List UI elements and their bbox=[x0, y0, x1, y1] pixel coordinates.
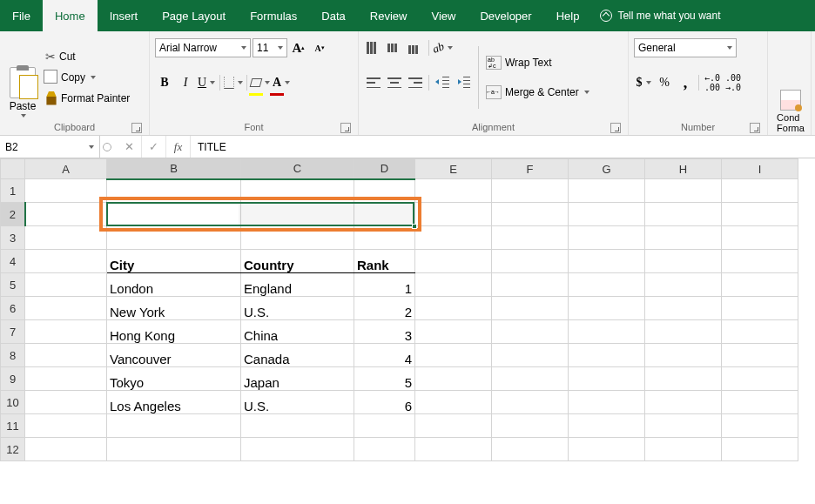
cell[interactable] bbox=[415, 203, 492, 226]
cell[interactable] bbox=[354, 203, 415, 226]
cell[interactable] bbox=[645, 438, 722, 461]
align-top-button[interactable] bbox=[364, 38, 383, 57]
cell[interactable] bbox=[492, 320, 569, 344]
cell[interactable] bbox=[107, 226, 241, 250]
conditional-formatting-button[interactable]: Cond Forma bbox=[773, 35, 808, 135]
cell[interactable] bbox=[354, 414, 415, 438]
cell[interactable] bbox=[415, 297, 492, 320]
cell[interactable] bbox=[722, 391, 798, 414]
cell[interactable] bbox=[492, 273, 569, 297]
align-right-button[interactable] bbox=[406, 73, 425, 92]
cell[interactable] bbox=[722, 438, 798, 461]
cell[interactable] bbox=[722, 203, 798, 226]
format-painter-button[interactable]: Format Painter bbox=[44, 89, 131, 108]
row-header-4[interactable]: 4 bbox=[1, 250, 25, 273]
font-launcher[interactable] bbox=[340, 123, 351, 133]
decrease-indent-button[interactable] bbox=[433, 73, 452, 92]
cell[interactable] bbox=[415, 438, 492, 461]
cell[interactable] bbox=[354, 226, 415, 250]
cell[interactable] bbox=[492, 250, 569, 273]
row-header-12[interactable]: 12 bbox=[1, 438, 25, 461]
cell[interactable] bbox=[722, 273, 798, 297]
increase-font-size-button[interactable]: A▴ bbox=[289, 38, 308, 57]
tab-developer[interactable]: Developer bbox=[468, 0, 543, 31]
row-header-7[interactable]: 7 bbox=[1, 320, 25, 344]
increase-decimal-button[interactable]: ←.0.00 bbox=[703, 73, 722, 92]
cell-b2[interactable]: TITLE bbox=[107, 203, 241, 226]
cell[interactable] bbox=[25, 250, 107, 273]
cell[interactable] bbox=[645, 297, 722, 320]
cell[interactable]: London bbox=[107, 273, 241, 297]
cell[interactable] bbox=[415, 320, 492, 344]
cell[interactable] bbox=[645, 367, 722, 391]
cell[interactable]: 5 bbox=[354, 367, 415, 391]
wrap-text-button[interactable]: Wrap Text bbox=[484, 53, 591, 72]
insert-function-button[interactable]: fx bbox=[166, 136, 191, 158]
cell[interactable] bbox=[722, 344, 798, 367]
orientation-button[interactable]: ab bbox=[433, 38, 452, 57]
cell[interactable] bbox=[492, 203, 569, 226]
cell[interactable] bbox=[492, 367, 569, 391]
cell[interactable] bbox=[25, 414, 107, 438]
cell[interactable] bbox=[722, 226, 798, 250]
cell[interactable] bbox=[645, 273, 722, 297]
border-button[interactable] bbox=[224, 73, 243, 92]
cell[interactable] bbox=[492, 344, 569, 367]
cell[interactable] bbox=[569, 391, 645, 414]
align-center-button[interactable] bbox=[385, 73, 404, 92]
cell[interactable] bbox=[107, 179, 241, 203]
row-header-1[interactable]: 1 bbox=[1, 179, 25, 203]
cell[interactable]: 3 bbox=[354, 320, 415, 344]
align-left-button[interactable] bbox=[364, 73, 383, 92]
increase-indent-button[interactable] bbox=[454, 73, 473, 92]
cell[interactable] bbox=[645, 179, 722, 203]
cell[interactable] bbox=[415, 344, 492, 367]
tab-insert[interactable]: Insert bbox=[98, 0, 151, 31]
cell[interactable] bbox=[107, 438, 241, 461]
enter-formula-button[interactable]: ✓ bbox=[142, 136, 166, 158]
cell[interactable]: Canada bbox=[241, 344, 354, 367]
cell[interactable] bbox=[645, 391, 722, 414]
row-header-9[interactable]: 9 bbox=[1, 367, 25, 391]
cell[interactable] bbox=[645, 344, 722, 367]
cell[interactable] bbox=[25, 320, 107, 344]
cell[interactable]: U.S. bbox=[241, 297, 354, 320]
select-all-button[interactable] bbox=[1, 159, 25, 179]
tab-page-layout[interactable]: Page Layout bbox=[150, 0, 238, 31]
row-header-11[interactable]: 11 bbox=[1, 414, 25, 438]
cell[interactable] bbox=[25, 273, 107, 297]
accounting-format-button[interactable]: $ bbox=[634, 73, 653, 92]
cell[interactable] bbox=[415, 226, 492, 250]
tab-formulas[interactable]: Formulas bbox=[238, 0, 309, 31]
cell[interactable] bbox=[645, 414, 722, 438]
column-header-g[interactable]: G bbox=[569, 159, 645, 179]
cell[interactable] bbox=[241, 203, 354, 226]
cell[interactable] bbox=[492, 297, 569, 320]
copy-button[interactable]: Copy bbox=[44, 68, 131, 87]
tell-me-search[interactable]: Tell me what you want bbox=[591, 0, 729, 31]
cell[interactable] bbox=[492, 438, 569, 461]
fill-color-button[interactable] bbox=[251, 73, 270, 92]
row-header-8[interactable]: 8 bbox=[1, 344, 25, 367]
cell[interactable] bbox=[569, 203, 645, 226]
cell[interactable] bbox=[645, 226, 722, 250]
row-header-2[interactable]: 2 bbox=[1, 203, 25, 226]
cell[interactable]: 4 bbox=[354, 344, 415, 367]
decrease-font-size-button[interactable]: A▾ bbox=[310, 38, 329, 57]
row-header-6[interactable]: 6 bbox=[1, 297, 25, 320]
cell[interactable] bbox=[569, 367, 645, 391]
cell[interactable] bbox=[492, 179, 569, 203]
tab-home[interactable]: Home bbox=[43, 0, 98, 31]
number-format-select[interactable]: General bbox=[634, 38, 737, 57]
cell[interactable]: England bbox=[241, 273, 354, 297]
cell[interactable]: Country bbox=[241, 250, 354, 273]
column-header-d[interactable]: D bbox=[354, 159, 415, 179]
cell[interactable] bbox=[25, 297, 107, 320]
italic-button[interactable]: I bbox=[176, 73, 195, 92]
cell[interactable] bbox=[25, 367, 107, 391]
cell[interactable] bbox=[569, 297, 645, 320]
cell[interactable] bbox=[241, 226, 354, 250]
cell[interactable] bbox=[415, 179, 492, 203]
row-header-5[interactable]: 5 bbox=[1, 273, 25, 297]
cell[interactable] bbox=[354, 438, 415, 461]
